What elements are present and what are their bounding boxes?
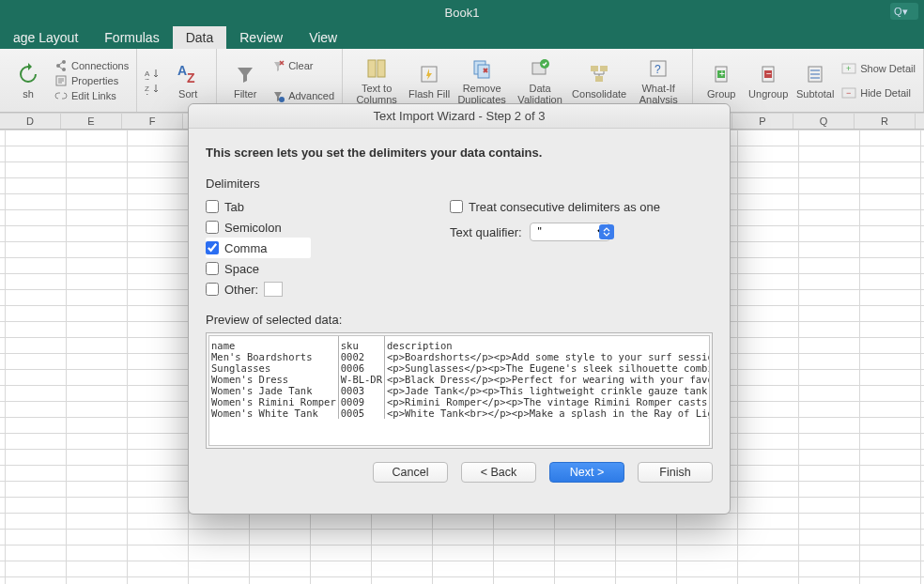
delimiter-tab-checkbox[interactable]: Tab bbox=[206, 196, 450, 217]
tab-review[interactable]: Review bbox=[226, 26, 296, 49]
preview-table: nameskudescription Men's Boardshorts0002… bbox=[209, 336, 710, 419]
back-button[interactable]: < Back bbox=[461, 462, 536, 483]
delimiter-comma-checkbox[interactable]: Comma bbox=[206, 238, 311, 258]
text-to-columns-button[interactable]: Text to Columns bbox=[350, 56, 403, 105]
tab-page-layout[interactable]: age Layout bbox=[0, 26, 91, 49]
connections-button[interactable]: Connections bbox=[54, 59, 129, 72]
ribbon-group-filter: Filter Clear Advanced bbox=[217, 49, 343, 112]
clear-filter-button[interactable]: Clear bbox=[271, 59, 334, 72]
data-validation-button[interactable]: Data Validation bbox=[514, 56, 566, 105]
svg-text:A: A bbox=[177, 63, 187, 78]
next-button[interactable]: Next > bbox=[549, 462, 624, 483]
subtotal-icon bbox=[803, 62, 827, 86]
col-header[interactable]: P bbox=[732, 114, 793, 129]
col-header[interactable]: Q bbox=[793, 114, 855, 129]
tab-view[interactable]: View bbox=[296, 26, 350, 49]
dialog-instruction: This screen lets you set the delimiters … bbox=[206, 146, 713, 160]
delimiter-semicolon-checkbox[interactable]: Semicolon bbox=[206, 217, 450, 238]
whatif-icon: ? bbox=[646, 56, 670, 81]
search-icon: Q▾ bbox=[894, 6, 908, 18]
col-header[interactable]: R bbox=[855, 114, 916, 129]
finish-button[interactable]: Finish bbox=[638, 462, 713, 483]
ribbon-group-sort: AZ ZA AZ Sort bbox=[137, 49, 217, 112]
svg-point-10 bbox=[279, 97, 285, 102]
svg-text:?: ? bbox=[654, 63, 661, 76]
svg-text:+: + bbox=[846, 64, 851, 73]
ribbon-group-connections: sh Connections Properties Edit Links bbox=[0, 49, 137, 112]
svg-rect-18 bbox=[591, 66, 598, 71]
text-qualifier-select[interactable]: " bbox=[530, 223, 610, 241]
svg-text:Z: Z bbox=[145, 77, 149, 80]
data-validation-icon bbox=[528, 56, 552, 81]
cancel-button[interactable]: Cancel bbox=[373, 462, 448, 483]
sort-button[interactable]: AZ Sort bbox=[167, 62, 208, 100]
svg-text:A: A bbox=[145, 92, 150, 95]
ribbon-group-outline: +Group −Ungroup Subtotal +Show Detail −H… bbox=[693, 49, 924, 112]
refresh-all-button[interactable]: sh bbox=[8, 62, 49, 100]
dialog-title: Text Import Wizard - Step 2 of 3 bbox=[189, 104, 730, 129]
search-box[interactable]: Q▾ bbox=[890, 3, 918, 20]
svg-rect-20 bbox=[595, 76, 603, 82]
svg-rect-19 bbox=[600, 66, 608, 71]
flash-fill-icon bbox=[417, 62, 441, 86]
remove-duplicates-icon bbox=[470, 56, 494, 81]
svg-rect-11 bbox=[368, 60, 376, 77]
ribbon-tabstrip: age Layout Formulas Data Review View bbox=[0, 24, 924, 49]
sort-asc-button[interactable]: AZ bbox=[145, 67, 162, 80]
ribbon-group-datatools: Text to Columns Flash Fill Remove Duplic… bbox=[343, 49, 693, 112]
sort-icon: AZ bbox=[176, 62, 200, 86]
advanced-filter-button[interactable]: Advanced bbox=[271, 89, 334, 102]
svg-text:Z: Z bbox=[187, 70, 195, 85]
group-button[interactable]: +Group bbox=[701, 62, 742, 100]
svg-text:+: + bbox=[719, 69, 725, 79]
consolidate-button[interactable]: Consolidate bbox=[572, 62, 626, 100]
sort-desc-button[interactable]: ZA bbox=[145, 82, 162, 95]
subtotal-button[interactable]: Subtotal bbox=[794, 62, 836, 100]
tab-data[interactable]: Data bbox=[173, 26, 227, 49]
col-header[interactable]: F bbox=[122, 114, 183, 129]
window-titlebar: Book1 Q▾ bbox=[0, 0, 924, 24]
ungroup-button[interactable]: −Ungroup bbox=[747, 62, 789, 100]
flash-fill-button[interactable]: Flash Fill bbox=[408, 62, 450, 100]
whatif-button[interactable]: ?What-If Analysis bbox=[632, 56, 685, 105]
filter-icon bbox=[233, 62, 257, 86]
delimiter-other-input[interactable] bbox=[264, 282, 283, 297]
treat-consecutive-checkbox[interactable]: Treat consecutive delimiters as one bbox=[450, 196, 713, 217]
svg-rect-12 bbox=[377, 60, 385, 77]
delimiters-heading: Delimiters bbox=[206, 177, 713, 191]
show-detail-button[interactable]: +Show Detail bbox=[841, 63, 916, 74]
svg-text:−: − bbox=[766, 69, 772, 79]
tab-formulas[interactable]: Formulas bbox=[91, 26, 172, 49]
filter-button[interactable]: Filter bbox=[224, 62, 266, 100]
text-qualifier-label: Text qualifier: bbox=[450, 225, 522, 239]
col-header[interactable]: E bbox=[61, 114, 122, 129]
delimiter-other-checkbox[interactable]: Other: bbox=[206, 279, 450, 300]
remove-duplicates-button[interactable]: Remove Duplicates bbox=[455, 56, 508, 105]
refresh-icon bbox=[16, 62, 40, 86]
group-icon: + bbox=[709, 62, 733, 86]
col-header[interactable]: D bbox=[0, 114, 61, 129]
text-import-wizard-dialog: Text Import Wizard - Step 2 of 3 This sc… bbox=[188, 103, 731, 515]
window-title: Book1 bbox=[445, 6, 480, 20]
consolidate-icon bbox=[587, 62, 611, 86]
delimiter-space-checkbox[interactable]: Space bbox=[206, 258, 450, 279]
preview-label: Preview of selected data: bbox=[206, 313, 713, 327]
ungroup-icon: − bbox=[756, 62, 780, 86]
svg-text:−: − bbox=[846, 88, 851, 98]
properties-button[interactable]: Properties bbox=[54, 74, 129, 87]
hide-detail-button[interactable]: −Hide Detail bbox=[841, 87, 916, 99]
edit-links-button[interactable]: Edit Links bbox=[54, 89, 129, 102]
text-to-columns-icon bbox=[364, 56, 389, 81]
preview-box: nameskudescription Men's Boardshorts0002… bbox=[206, 332, 713, 449]
